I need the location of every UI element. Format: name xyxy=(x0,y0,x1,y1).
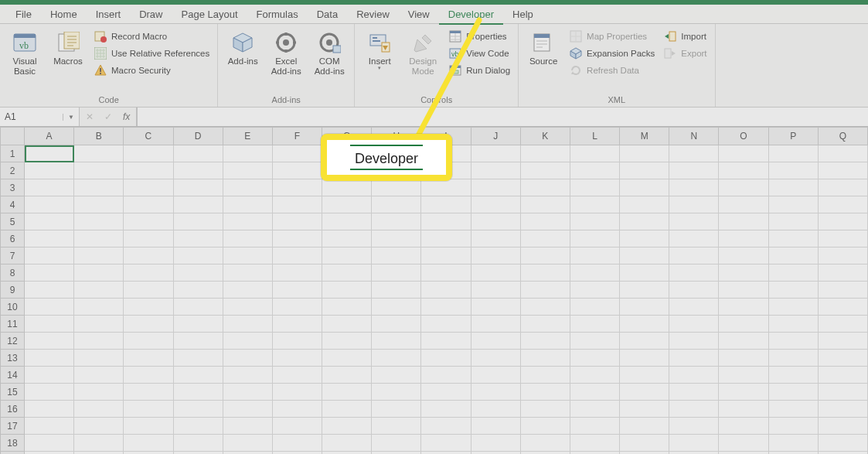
cell[interactable] xyxy=(173,265,223,282)
column-header[interactable]: F xyxy=(272,128,322,145)
cell[interactable] xyxy=(471,299,520,316)
cell[interactable] xyxy=(570,333,619,350)
cell[interactable] xyxy=(421,230,471,247)
run-dialog-button[interactable]: Run Dialog xyxy=(446,63,513,78)
cell[interactable] xyxy=(223,333,272,350)
cell[interactable] xyxy=(322,213,372,230)
cell[interactable] xyxy=(471,350,520,367)
cell[interactable] xyxy=(74,350,124,367)
cell[interactable] xyxy=(25,213,74,230)
cell[interactable] xyxy=(520,162,570,179)
cell[interactable] xyxy=(372,316,421,333)
cell[interactable] xyxy=(818,230,867,247)
cell[interactable] xyxy=(818,247,867,265)
cell[interactable] xyxy=(768,452,818,455)
cell[interactable] xyxy=(719,418,768,435)
cell[interactable] xyxy=(173,367,223,384)
cell[interactable] xyxy=(322,333,372,350)
cell[interactable] xyxy=(620,384,669,401)
cell[interactable] xyxy=(818,333,867,350)
cell[interactable] xyxy=(272,435,322,452)
tab-data[interactable]: Data xyxy=(308,5,347,25)
cell[interactable] xyxy=(669,162,719,179)
cell[interactable] xyxy=(322,367,372,384)
column-header[interactable]: N xyxy=(669,128,719,145)
cell[interactable] xyxy=(818,162,867,179)
row-header[interactable]: 5 xyxy=(1,213,25,230)
tab-file[interactable]: File xyxy=(6,5,41,25)
row-header[interactable]: 8 xyxy=(1,265,25,282)
cell[interactable] xyxy=(818,213,867,230)
cell[interactable] xyxy=(322,401,372,418)
cell[interactable] xyxy=(669,333,719,350)
cell[interactable] xyxy=(520,418,570,435)
cell[interactable] xyxy=(421,333,471,350)
cell[interactable] xyxy=(768,196,818,213)
row-header[interactable]: 10 xyxy=(1,299,25,316)
cell[interactable] xyxy=(818,299,867,316)
cell[interactable] xyxy=(669,145,719,162)
row-header[interactable]: 9 xyxy=(1,282,25,299)
cell[interactable] xyxy=(570,350,619,367)
cell[interactable] xyxy=(471,418,520,435)
cell[interactable] xyxy=(223,230,272,247)
cell[interactable] xyxy=(272,384,322,401)
cell[interactable] xyxy=(272,265,322,282)
cell[interactable] xyxy=(173,230,223,247)
cell[interactable] xyxy=(818,418,867,435)
cell[interactable] xyxy=(25,230,74,247)
cell[interactable] xyxy=(818,401,867,418)
cell[interactable] xyxy=(421,350,471,367)
cell[interactable] xyxy=(74,401,124,418)
cell[interactable] xyxy=(173,247,223,265)
cell[interactable] xyxy=(471,452,520,455)
cell[interactable] xyxy=(74,213,124,230)
cell[interactable] xyxy=(719,401,768,418)
cell[interactable] xyxy=(818,265,867,282)
cell[interactable] xyxy=(223,418,272,435)
row-header[interactable]: 2 xyxy=(1,162,25,179)
insert-control-button[interactable]: Insert ▾ xyxy=(359,27,400,73)
cell[interactable] xyxy=(124,316,173,333)
cell[interactable] xyxy=(471,401,520,418)
cell[interactable] xyxy=(768,213,818,230)
cell[interactable] xyxy=(223,196,272,213)
cell[interactable] xyxy=(223,265,272,282)
cell[interactable] xyxy=(768,435,818,452)
cell[interactable] xyxy=(272,350,322,367)
import-button[interactable]: Import xyxy=(661,29,710,44)
design-mode-button[interactable]: Design Mode xyxy=(403,27,443,78)
cell[interactable] xyxy=(173,162,223,179)
cell[interactable] xyxy=(471,247,520,265)
cell[interactable] xyxy=(421,213,471,230)
column-header[interactable]: M xyxy=(620,128,669,145)
cell[interactable] xyxy=(74,418,124,435)
cell[interactable] xyxy=(768,367,818,384)
cell[interactable] xyxy=(322,196,372,213)
cell[interactable] xyxy=(124,435,173,452)
cell[interactable] xyxy=(372,265,421,282)
cell[interactable] xyxy=(620,196,669,213)
cell[interactable] xyxy=(719,299,768,316)
cell[interactable] xyxy=(520,196,570,213)
cell[interactable] xyxy=(124,213,173,230)
cell[interactable] xyxy=(173,418,223,435)
cell[interactable] xyxy=(669,350,719,367)
cell[interactable] xyxy=(124,230,173,247)
cell[interactable] xyxy=(620,230,669,247)
cell[interactable] xyxy=(74,145,124,162)
cell[interactable] xyxy=(520,265,570,282)
cell[interactable] xyxy=(818,316,867,333)
row-header[interactable]: 4 xyxy=(1,196,25,213)
cell[interactable] xyxy=(25,247,74,265)
cell[interactable] xyxy=(124,418,173,435)
cell[interactable] xyxy=(520,230,570,247)
cell[interactable] xyxy=(471,179,520,196)
cell[interactable] xyxy=(620,265,669,282)
cell[interactable] xyxy=(124,401,173,418)
cell[interactable] xyxy=(818,435,867,452)
cell[interactable] xyxy=(124,452,173,455)
cell[interactable] xyxy=(719,145,768,162)
cell[interactable] xyxy=(272,299,322,316)
cell[interactable] xyxy=(471,265,520,282)
